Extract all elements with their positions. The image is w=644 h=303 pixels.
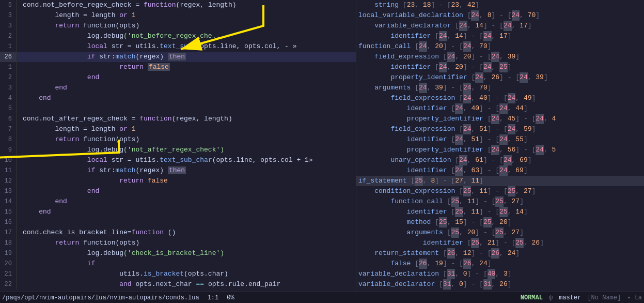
tree-line-21: method [25, 15] - [25, 20] <box>356 217 644 228</box>
code-line-1: 3 length = length or 1 <box>0 10 356 21</box>
code-line-16: 11 if str:match(regex) then <box>0 165 356 176</box>
line-content: log.debug('not_before_regex_che... <box>21 31 356 41</box>
line-number: 5 <box>0 0 17 10</box>
line-content: end <box>21 196 356 207</box>
tree-line-10: identifier [24, 40] - [24, 44] <box>356 103 644 114</box>
line-content <box>21 103 356 114</box>
tree-line-26: variable_declaration [31, 0] - [40, 3] <box>356 269 644 279</box>
tree-line-0: string [23, 18] - [23, 42] <box>356 0 644 10</box>
line-content: length = length or 1 <box>21 124 356 134</box>
line-content: return false <box>21 176 356 186</box>
tree-line-12: field_expression [24, 51] - [24, 59] <box>356 124 644 134</box>
line-content: return function(opts) <box>21 238 356 248</box>
line-number: 21 <box>0 269 17 279</box>
code-line-6: 1 return false <box>0 62 356 72</box>
code-line-4: 1 local str = utils.text_sub_(opts.line,… <box>0 41 356 52</box>
line-content: local str = utils.text_sub_(opts.line, o… <box>21 41 356 52</box>
code-line-3: 2 log.debug('not_before_regex_che... <box>0 31 356 41</box>
tree-line-1: local_variable_declaration [24, 8] - [24… <box>356 10 644 21</box>
tree-lines-container: string [23, 18] - [23, 42]local_variable… <box>356 0 644 290</box>
statusbar-branch-icon: ψ <box>549 294 553 301</box>
code-line-24: 19 log.debug('check_is_bracket_line') <box>0 248 356 259</box>
statusbar-buffer: [No Name] <box>587 294 621 301</box>
tree-line-5: field_expression [24, 20] - [24, 39] <box>356 52 644 62</box>
code-line-13: 8 return function(opts) <box>0 134 356 145</box>
code-panel: 5cond.not_before_regex_check = function(… <box>0 0 356 292</box>
line-number: 8 <box>0 134 17 145</box>
code-line-20: 15 end <box>0 207 356 217</box>
code-line-14: 9 log.debug('not_after_regex_check') <box>0 145 356 155</box>
line-content: utils.is_bracket(opts.char) <box>21 269 356 279</box>
line-content: end <box>21 207 356 217</box>
line-number: 19 <box>0 248 17 259</box>
tree-line-8: arguments [24, 39] - [24, 70] <box>356 83 644 93</box>
code-line-0: 5cond.not_before_regex_check = function(… <box>0 0 356 10</box>
statusbar-mode: NORMAL <box>521 294 543 301</box>
line-number: 13 <box>0 186 17 196</box>
line-number: 18 <box>0 238 17 248</box>
line-number: 22 <box>0 279 17 290</box>
line-content: cond.check_is_bracket_line=function () <box>21 228 356 238</box>
code-line-10: 5 <box>0 103 356 114</box>
tree-line-19: function_call [25, 11] - [25, 27] <box>356 196 644 207</box>
tree-line-27: variable_declarator [31, 0] - [31, 26] <box>356 279 644 290</box>
statusbar-filepath: /paqs/opt/nvim-autopairs/lua/nvim-autopa… <box>2 294 199 301</box>
statusbar-branch: master <box>559 294 581 301</box>
tree-line-16: identifier [24, 63] - [24, 69] <box>356 165 644 176</box>
line-number: 3 <box>0 10 17 21</box>
code-line-15: 10 local str = utils.text_sub_char(opts.… <box>0 155 356 165</box>
line-number: 10 <box>0 155 17 165</box>
line-content: log.debug('not_after_regex_check') <box>21 145 356 155</box>
line-number: 3 <box>0 21 17 31</box>
line-number: 14 <box>0 196 17 207</box>
tree-line-7: property_identifier [24, 26] - [24, 39] <box>356 72 644 83</box>
statusbar: /paqs/opt/nvim-autopairs/lua/nvim-autopa… <box>0 292 644 303</box>
line-content: end <box>21 72 356 83</box>
line-content: log.debug('check_is_bracket_line') <box>21 248 356 259</box>
statusbar-left: /paqs/opt/nvim-autopairs/lua/nvim-autopa… <box>2 294 521 301</box>
line-number: 12 <box>0 176 17 186</box>
code-lines-container: 5cond.not_before_regex_check = function(… <box>0 0 356 290</box>
line-number: 20 <box>0 259 17 269</box>
code-line-8: 3 end <box>0 83 356 93</box>
line-content: return false <box>21 62 356 72</box>
code-line-19: 14 end <box>0 196 356 207</box>
tree-line-11: property_identifier [24, 45] - [24, 4 <box>356 114 644 124</box>
tree-line-18: condition_expression [25, 11] - [25, 27] <box>356 186 644 196</box>
line-content: end <box>21 186 356 196</box>
line-number: 11 <box>0 165 17 176</box>
tree-line-15: unary_operation [24, 61] - [24, 69] <box>356 155 644 165</box>
code-line-12: 7 length = length or 1 <box>0 124 356 134</box>
line-content: if str:match(regex) then <box>21 165 356 176</box>
line-number: 2 <box>0 72 17 83</box>
line-number: 3 <box>0 83 17 93</box>
line-content: cond.not_before_regex_check = function(r… <box>21 0 356 10</box>
line-content: cond.not_after_regex_check = function(re… <box>21 114 356 124</box>
statusbar-position: 1:1 <box>208 294 219 301</box>
line-number: 17 <box>0 228 17 238</box>
line-content: local str = utils.text_sub_char(opts.lin… <box>21 155 356 165</box>
line-content: return function(opts) <box>21 21 356 31</box>
tree-line-2: variable_declarator [24, 14] - [24, 17] <box>356 21 644 31</box>
tree-line-6: identifier [24, 20] - [24, 25] <box>356 62 644 72</box>
line-number: 1 <box>0 41 17 52</box>
code-line-21: 16 <box>0 217 356 228</box>
line-number: 16 <box>0 217 17 228</box>
tree-line-14: property_identifier [24, 56] - [24, 5 <box>356 145 644 155</box>
tree-line-13: identifier [24, 51] - [24, 55] <box>356 134 644 145</box>
code-line-5: 26 if str:match(regex) then <box>0 52 356 62</box>
code-line-9: 4 end <box>0 93 356 103</box>
code-line-27: 22 and opts.next_char == opts.rule.end_p… <box>0 279 356 290</box>
line-number: 26 <box>0 52 17 62</box>
tree-line-17: if_statement [25, 8] - [27, 11] <box>356 176 644 186</box>
line-number: 5 <box>0 103 17 114</box>
line-content <box>21 217 356 228</box>
tree-line-9: field_expression [24, 40] - [24, 49] <box>356 93 644 103</box>
code-line-23: 18 return function(opts) <box>0 238 356 248</box>
code-line-11: 6cond.not_after_regex_check = function(r… <box>0 114 356 124</box>
code-line-7: 2 end <box>0 72 356 83</box>
statusbar-percent: 0% <box>227 294 234 301</box>
line-content: and opts.next_char == opts.rule.end_pair <box>21 279 356 290</box>
line-number: 2 <box>0 31 17 41</box>
line-content: length = length or 1 <box>21 10 356 21</box>
